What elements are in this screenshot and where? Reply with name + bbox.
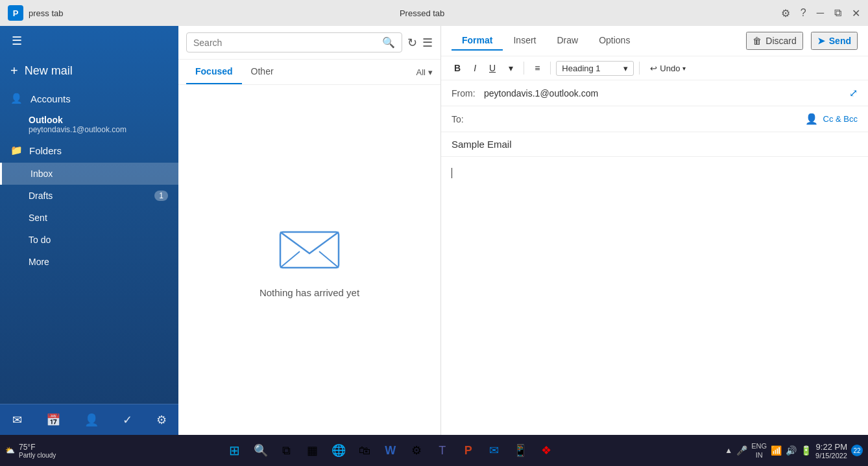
chevron-down-icon: ▾ (428, 67, 433, 77)
search-icon: 🔍 (382, 36, 395, 49)
svg-rect-0 (280, 232, 339, 268)
task-view-button[interactable]: ⧉ (275, 439, 298, 462)
from-field: From: peytondavis.1@outlook.com ⤢ (441, 80, 868, 106)
app-logo: P (8, 5, 23, 21)
taskbar-search-button[interactable]: 🔍 (249, 439, 272, 462)
main-layout: ☰ + New mail 👤 Accounts Outlook peytonda… (0, 26, 868, 435)
close-button[interactable]: ✕ (852, 7, 860, 19)
filter-icon[interactable]: ☰ (422, 36, 433, 50)
title-bar: P press tab Pressed tab ⚙ ? ─ ⧉ ✕ (0, 0, 868, 26)
folders-section[interactable]: 📁 Folders (0, 138, 178, 163)
wifi-icon[interactable]: 📶 (771, 445, 782, 456)
sidebar-top: ☰ (0, 26, 178, 56)
underline-button[interactable]: U (484, 60, 501, 76)
nav-mail-icon[interactable]: ✉ (5, 408, 30, 432)
heading-dropdown[interactable]: Heading 1 ▾ (556, 61, 634, 76)
compose-body: From: peytondavis.1@outlook.com ⤢ To: 👤 … (441, 80, 868, 435)
chevron-up-icon[interactable]: ▲ (725, 446, 732, 455)
nav-calendar-icon[interactable]: 📅 (38, 408, 68, 432)
sidebar: ☰ + New mail 👤 Accounts Outlook peytonda… (0, 26, 178, 435)
text-cursor (452, 168, 452, 178)
align-icon[interactable]: ≡ (529, 60, 545, 76)
edge-button[interactable]: 🌐 (327, 439, 350, 462)
format-toolbar: B I U ▾ ≡ Heading 1 ▾ ↩ Undo ▾ (441, 56, 868, 80)
nav-settings-icon[interactable]: ⚙ (149, 408, 175, 432)
italic-button[interactable]: I (468, 60, 481, 76)
to-input[interactable] (471, 114, 805, 124)
search-input[interactable] (193, 38, 382, 48)
sidebar-bottom-nav: ✉ 📅 👤 ✓ ⚙ (0, 404, 178, 435)
undo-icon: ↩ (650, 64, 657, 73)
send-button[interactable]: ➤ Send (811, 32, 858, 50)
tab-options[interactable]: Options (588, 31, 640, 51)
clock-widget[interactable]: 9:22 PM 9/15/2022 (815, 442, 847, 460)
tab-format[interactable]: Format (452, 31, 503, 51)
taskbar-left: ⛅ 75°F Partly cloudy (5, 443, 56, 459)
battery-icon[interactable]: 🔋 (801, 445, 812, 456)
taskbar: ⛅ 75°F Partly cloudy ⊞ 🔍 ⧉ ▦ 🌐 🛍 W (0, 435, 868, 466)
teams-button[interactable]: T (431, 439, 454, 462)
person-icon: 👤 (10, 93, 23, 104)
start-button[interactable]: ⊞ (223, 439, 247, 462)
minimize-button[interactable]: ─ (817, 7, 824, 19)
tab-insert[interactable]: Insert (503, 31, 546, 51)
text-color-chevron[interactable]: ▾ (503, 60, 518, 76)
folder-more[interactable]: More (0, 251, 178, 273)
weather-widget[interactable]: ⛅ 75°F Partly cloudy (5, 443, 56, 459)
word-button[interactable]: W (379, 439, 402, 462)
compose-body-area[interactable] (441, 157, 868, 435)
folder-drafts[interactable]: Drafts 1 (0, 185, 178, 207)
red-app-button[interactable]: ❖ (535, 439, 558, 462)
from-label: From: (452, 88, 484, 99)
refresh-icon[interactable]: ↻ (407, 36, 417, 50)
compose-panel: Format Insert Draw Options 🗑 Discard ➤ S… (441, 26, 868, 435)
title-bar-controls: ⚙ ? ─ ⧉ ✕ (781, 7, 860, 19)
folder-todo[interactable]: To do (0, 229, 178, 251)
outlook-button[interactable]: ✉ (483, 439, 506, 462)
heading-chevron-down-icon: ▾ (623, 64, 628, 73)
region-text: IN (751, 450, 767, 460)
settings-icon[interactable]: ⚙ (781, 7, 790, 19)
phone-button[interactable]: 📱 (509, 439, 532, 462)
taskbar-settings-button[interactable]: ⚙ (405, 439, 428, 462)
weather-temp: 75°F (19, 443, 56, 452)
widgets-button[interactable]: ▦ (301, 439, 324, 462)
from-value: peytondavis.1@outlook.com (484, 88, 849, 99)
taskbar-gear-icon: ⚙ (411, 443, 422, 458)
bold-button[interactable]: B (449, 60, 466, 76)
folder-sent[interactable]: Sent (0, 207, 178, 229)
envelope-illustration (277, 222, 342, 277)
mic-icon[interactable]: 🎤 (736, 445, 747, 456)
powerpoint-icon: P (464, 444, 472, 458)
discard-button[interactable]: 🗑 Discard (746, 32, 802, 50)
restore-button[interactable]: ⧉ (834, 7, 841, 19)
hamburger-menu[interactable]: ☰ (8, 31, 26, 51)
time-display: 9:22 PM (815, 442, 847, 452)
add-person-icon[interactable]: 👤 (805, 113, 818, 125)
nav-tasks-icon[interactable]: ✓ (115, 408, 140, 432)
volume-icon[interactable]: 🔊 (786, 445, 797, 456)
new-mail-button[interactable]: + New mail (0, 56, 178, 86)
inbox-empty-state: Nothing has arrived yet (178, 85, 440, 435)
tab-draw[interactable]: Draw (546, 31, 588, 51)
folder-inbox[interactable]: Inbox (0, 163, 178, 185)
title-bar-left: P press tab (8, 5, 63, 21)
accounts-item[interactable]: 👤 Accounts (0, 86, 178, 111)
powerpoint-button[interactable]: P (457, 439, 480, 462)
search-input-wrap[interactable]: 🔍 (186, 32, 402, 52)
new-mail-label: New mail (25, 64, 73, 78)
to-label: To: (452, 114, 471, 124)
all-filter[interactable]: All ▾ (416, 67, 433, 77)
store-button[interactable]: 🛍 (353, 439, 376, 462)
nav-people-icon[interactable]: 👤 (77, 408, 106, 432)
tab-other[interactable]: Other (242, 60, 283, 84)
compose-actions: 🗑 Discard ➤ Send (746, 32, 858, 50)
cc-bcc-button[interactable]: Cc & Bcc (823, 114, 858, 124)
outlook-icon: ✉ (489, 443, 499, 458)
expand-icon[interactable]: ⤢ (849, 87, 858, 99)
trash-icon: 🗑 (753, 36, 762, 46)
tab-focused[interactable]: Focused (186, 60, 242, 84)
undo-button[interactable]: ↩ Undo ▾ (645, 61, 691, 76)
help-icon[interactable]: ? (801, 7, 806, 19)
notification-badge[interactable]: 22 (851, 445, 863, 456)
